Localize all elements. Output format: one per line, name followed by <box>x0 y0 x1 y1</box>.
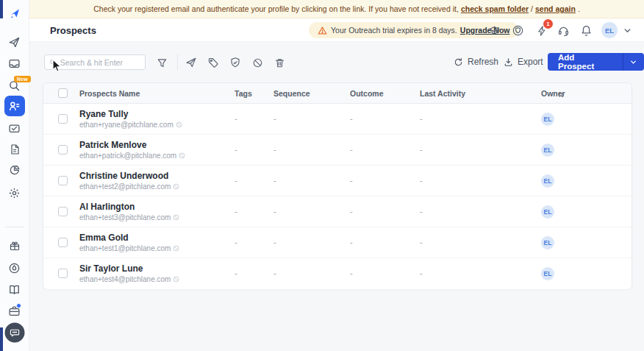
new-badge: New <box>14 76 31 82</box>
bulk-send-button[interactable] <box>185 56 198 69</box>
prospect-email: ethan+test1@pitchlane.com <box>79 244 179 252</box>
sidebar-item-templates[interactable] <box>4 139 25 160</box>
graduation-cap-icon <box>488 24 501 37</box>
chat-bubble-icon <box>9 327 20 338</box>
owner-avatar[interactable]: EL <box>541 174 554 188</box>
table-row[interactable]: Christine Underwood ethan+test2@pitchlan… <box>43 166 632 196</box>
delete-button[interactable] <box>273 56 286 69</box>
sidebar-item-verified-emails[interactable] <box>4 118 25 138</box>
tag-button[interactable] <box>207 56 220 69</box>
prospect-name[interactable]: Emma Gold <box>79 233 129 243</box>
prospect-email: ethan+test3@pitchlane.com <box>79 213 179 221</box>
block-button[interactable] <box>251 56 264 69</box>
prospect-name[interactable]: Al Harlington <box>79 202 135 212</box>
sidebar-item-rewards[interactable] <box>4 235 25 256</box>
app-logo-icon[interactable] <box>4 3 25 24</box>
upgrade-now-link[interactable]: Upgrade Now <box>460 26 510 35</box>
export-button[interactable]: Export <box>504 57 543 67</box>
email-verification-banner: Check your registered email and authenti… <box>29 0 644 18</box>
table-row[interactable]: Patrick Menlove ethan+patrick@pitchlane.… <box>43 135 632 166</box>
add-prospect-split-button: Add Prospect <box>548 53 644 71</box>
notifications-button[interactable] <box>580 24 593 37</box>
add-prospect-menu-button[interactable] <box>623 53 644 71</box>
trash-icon <box>274 57 285 68</box>
prospect-name[interactable]: Ryane Tully <box>79 109 128 119</box>
prospect-email: ethan+patrick@pitchlane.com <box>79 152 185 160</box>
sidebar-item-docs[interactable] <box>4 279 25 299</box>
row-checkbox[interactable] <box>58 269 68 278</box>
prospects-person-icon <box>8 100 21 113</box>
column-prospects-name: Prospects Name <box>79 89 140 98</box>
window-edge <box>0 0 3 18</box>
table-row[interactable]: Ryane Tully ethan+ryane@pitchlane.com - … <box>43 104 632 135</box>
owner-avatar[interactable]: EL <box>541 205 554 219</box>
trial-text: Your Outreach trial expires in 8 days. <box>331 26 457 35</box>
row-checkbox[interactable] <box>58 145 68 155</box>
add-prospect-button[interactable]: Add Prospect <box>548 53 623 71</box>
rewards-button[interactable] <box>512 24 524 37</box>
streak-count-badge: 1 <box>543 19 553 29</box>
account-menu-button[interactable] <box>621 24 634 37</box>
email-status-icon <box>176 121 182 128</box>
sidebar-item-settings[interactable] <box>4 182 25 203</box>
owner-avatar[interactable]: EL <box>541 113 554 126</box>
app-window: New <box>0 0 644 351</box>
column-last-activity: Last Activity <box>420 89 465 98</box>
sidebar-item-inbox[interactable] <box>4 53 25 74</box>
owner-avatar[interactable]: EL <box>541 143 554 157</box>
select-all-checkbox[interactable] <box>58 88 68 98</box>
email-status-icon <box>173 183 179 190</box>
table-row[interactable]: Al Harlington ethan+test3@pitchlane.com … <box>43 196 632 227</box>
row-checkbox[interactable] <box>58 114 68 124</box>
owner-sort-button[interactable] <box>557 89 565 102</box>
search-box <box>44 54 146 70</box>
table-row[interactable]: Sir Taylor Lune ethan+test4@pitchlane.co… <box>43 258 632 289</box>
user-avatar[interactable]: EL <box>601 22 618 38</box>
tag-icon <box>207 57 219 68</box>
gift-icon <box>9 240 21 252</box>
ban-icon <box>252 57 263 68</box>
sidebar-item-prospects[interactable] <box>4 96 25 116</box>
prospect-name[interactable]: Christine Underwood <box>79 171 168 181</box>
banner-text: Check your registered email and authenti… <box>93 4 459 13</box>
check-spam-folder-link[interactable]: check spam folder <box>461 4 529 13</box>
trial-warning-pill: Your Outreach trial expires in 8 days. U… <box>309 22 518 38</box>
sidebar-item-whats-new[interactable] <box>4 258 25 278</box>
sidebar-item-workspace[interactable] <box>4 300 25 321</box>
chevron-down-icon <box>629 58 637 66</box>
verify-button[interactable] <box>229 56 242 69</box>
window-edge <box>0 327 3 351</box>
refresh-button[interactable]: Refresh <box>454 57 498 67</box>
row-checkbox[interactable] <box>58 207 68 216</box>
prospect-name[interactable]: Patrick Menlove <box>79 140 146 150</box>
owner-avatar[interactable]: EL <box>541 267 554 280</box>
refresh-icon <box>454 57 463 67</box>
academy-button[interactable] <box>488 24 501 37</box>
filter-button[interactable] <box>155 56 168 69</box>
bell-icon <box>580 24 593 37</box>
sidebar: New <box>0 0 29 351</box>
headset-icon <box>557 24 570 37</box>
row-checkbox[interactable] <box>58 238 68 247</box>
email-status-icon <box>173 276 179 283</box>
sidebar-item-campaigns[interactable] <box>4 32 25 52</box>
sidebar-divider <box>5 227 24 227</box>
search-input[interactable] <box>60 58 140 67</box>
email-status-icon <box>179 152 185 159</box>
send-again-link[interactable]: send again <box>535 4 576 13</box>
shield-check-icon <box>229 57 241 68</box>
sidebar-item-reports[interactable] <box>4 160 25 180</box>
settings-gear-icon <box>8 187 21 199</box>
send-icon <box>185 57 197 68</box>
support-button[interactable] <box>557 24 570 37</box>
table-row[interactable]: Emma Gold ethan+test1@pitchlane.com - - … <box>43 227 632 258</box>
row-checkbox[interactable] <box>58 176 68 185</box>
flame-icon <box>8 262 21 274</box>
column-tags: Tags <box>235 89 252 98</box>
chat-launcher[interactable] <box>4 323 24 343</box>
top-header: Prospects Your Outreach trial expires in… <box>29 18 644 42</box>
email-status-icon <box>173 245 179 252</box>
owner-avatar[interactable]: EL <box>541 236 554 249</box>
column-outcome: Outcome <box>350 89 384 98</box>
prospect-name[interactable]: Sir Taylor Lune <box>79 263 143 274</box>
